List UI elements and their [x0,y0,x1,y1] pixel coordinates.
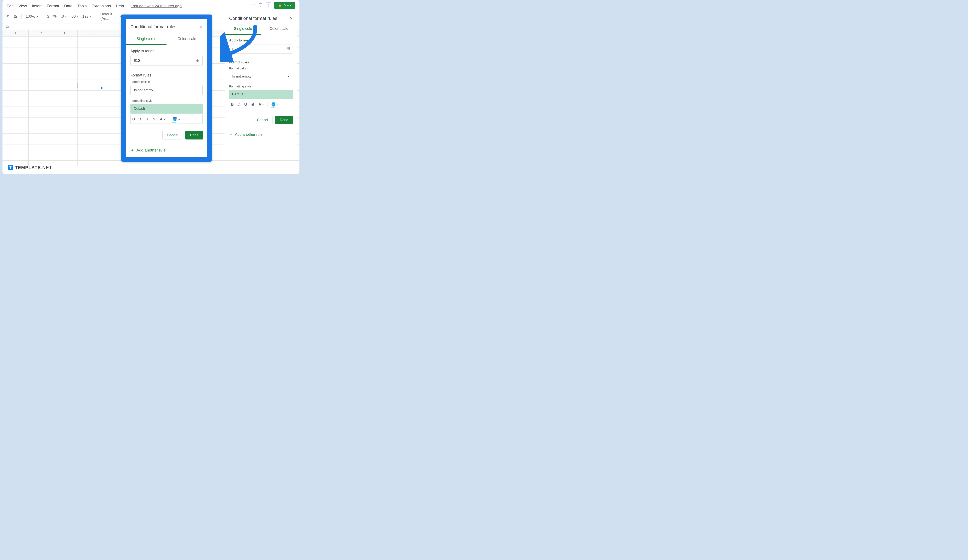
zoom-fill-color-icon[interactable]: 🪣 ▾ [172,116,181,122]
col-header-c[interactable]: C [28,30,53,36]
range-input[interactable] [232,47,278,51]
formatting-style-label: Formatting style [229,84,293,88]
menu-data[interactable]: Data [64,4,72,8]
number-format-select[interactable]: 123▼ [81,13,93,20]
zoom-done-button[interactable]: Done [186,131,203,139]
percent-button[interactable]: % [51,13,58,20]
zoom-condition-select[interactable]: Is not empty ▼ [131,85,202,95]
zoom-close-icon[interactable]: ✕ [199,25,202,29]
comments-icon[interactable]: 🗨 [258,3,263,8]
zoom-tab-single-color[interactable]: Single color [126,33,166,45]
watermark: T TEMPLATE.NET [8,165,52,170]
share-label: Share [284,4,291,7]
explore-icon[interactable]: 〰 [251,3,255,8]
fill-color-icon[interactable]: 🪣 ▾ [270,102,279,107]
print-icon[interactable]: 🖶 [12,13,19,20]
lock-icon: 🔒 [278,4,282,7]
format-button-row: B I U S A ▾ 🪣 ▾ [229,100,293,109]
text-color-icon[interactable]: A ▾ [258,102,264,107]
panel-title: Conditional format rules [229,16,277,21]
zoom-italic-icon[interactable]: I [139,117,142,122]
menu-insert[interactable]: Insert [32,4,42,8]
condition-select[interactable]: Is not empty ▼ [229,72,293,81]
zoom-tab-color-scale[interactable]: Color scale [166,33,207,45]
menu-tools[interactable]: Tools [77,4,86,8]
plus-icon: ＋ [229,132,233,137]
zoom-grid-select-icon[interactable] [196,58,199,63]
zoom-underline-icon[interactable]: U [145,117,149,122]
menu-edit[interactable]: Edit [7,4,13,8]
zoom-range-input-row [131,56,202,66]
range-input-row [229,45,293,54]
collapse-toolbar-icon[interactable]: ︿ [219,15,223,19]
format-rules-label: Format rules [229,60,293,64]
zoom-add-rule-button[interactable]: ＋ Add another rule [126,143,207,157]
decrease-decimal-button[interactable]: .0↙ [59,13,68,20]
zoom-panel-title: Conditional format rules [131,24,176,29]
grid-select-icon[interactable] [287,47,290,51]
conditional-format-sidebar: Conditional format rules ✕ Single colo C… [225,12,297,157]
top-right-controls: 〰 🗨 ↑ 🔒 Share [251,2,295,9]
currency-button[interactable]: $ [45,13,51,20]
close-icon[interactable]: ✕ [290,16,293,21]
increase-decimal-button[interactable]: .00↗ [69,13,80,20]
zoom-text-color-icon[interactable]: A ▾ [159,117,166,122]
add-rule-button[interactable]: ＋ Add another rule [225,128,297,141]
zoom-cancel-button[interactable]: Cancel [162,131,183,139]
zoom-callout: Conditional format rules ✕ Single color … [121,15,212,162]
zoom-apply-range-label: Apply to range [131,49,202,53]
vertical-scrollbar[interactable] [222,33,224,40]
zoom-bold-icon[interactable]: B [131,117,136,122]
undo-icon[interactable]: ↶ [5,13,11,20]
cancel-button[interactable]: Cancel [252,116,273,124]
zoom-format-cells-if-label: Format cells if... [131,80,202,84]
col-header-b[interactable]: B [4,30,28,36]
done-button[interactable]: Done [275,116,293,124]
watermark-icon: T [8,165,13,170]
underline-icon[interactable]: U [244,102,248,107]
menu-extensions[interactable]: Extensions [92,4,111,8]
italic-icon[interactable]: I [237,102,240,107]
format-cells-if-label: Format cells if... [229,66,293,70]
zoom-strikethrough-icon[interactable]: S [152,117,156,122]
col-header-e[interactable]: E [78,30,102,36]
font-select[interactable]: Default (Ari...▼ [99,11,124,21]
zoom-format-rules-label: Format rules [131,73,202,78]
zoom-formatting-style-label: Formatting style [131,99,202,102]
style-preview: Default [229,90,293,99]
strikethrough-icon[interactable]: S [251,102,255,107]
apply-range-label: Apply to ran [229,38,293,43]
present-icon[interactable]: ↑ [266,2,271,8]
zoom-format-button-row: B I U S A ▾ 🪣 ▾ [131,115,202,124]
menu-view[interactable]: View [18,4,27,8]
zoom-select[interactable]: 100%▼ [24,13,40,20]
last-edit-link[interactable]: Last edit was 24 minutes ago [131,4,182,8]
tab-color-scale[interactable]: Color scale [261,23,297,35]
chevron-down-icon: ▼ [288,76,290,78]
zoom-chevron-down-icon: ▼ [197,89,199,91]
menu-format[interactable]: Format [46,4,59,8]
bold-icon[interactable]: B [230,102,235,107]
share-button[interactable]: 🔒 Share [274,2,295,9]
zoom-range-input[interactable] [134,59,186,63]
zoom-plus-icon: ＋ [131,147,134,153]
zoom-style-preview: Default [131,104,202,114]
tab-single-color[interactable]: Single colo [225,23,261,35]
col-header-d[interactable]: D [53,30,78,36]
menu-help[interactable]: Help [116,4,124,8]
fx-label: fx [2,23,13,30]
